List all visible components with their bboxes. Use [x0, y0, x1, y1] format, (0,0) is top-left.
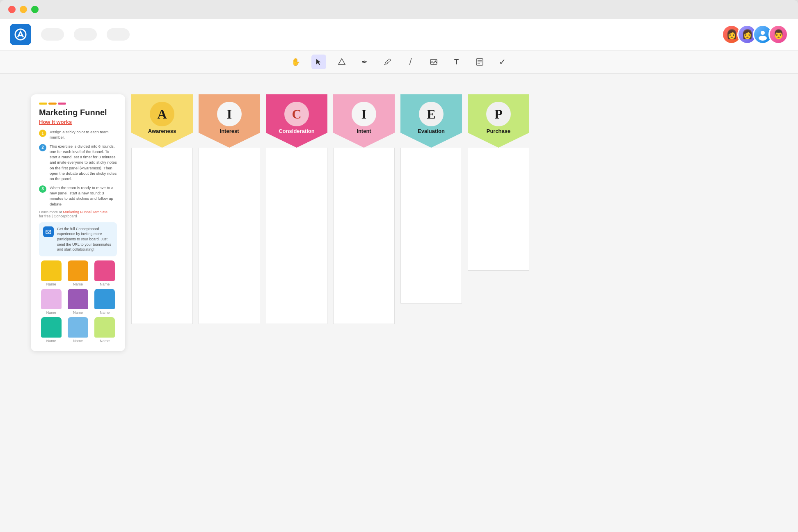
swatch-green: Name [93, 317, 117, 343]
intent-name: Intent [357, 128, 371, 134]
consideration-header: C Consideration [266, 94, 327, 148]
intent-letter: I [361, 107, 366, 122]
swatch-3-label: Name [100, 282, 110, 286]
step-2-num: 2 [39, 144, 46, 151]
swatch-pink: Name [93, 260, 117, 286]
color-grid: Name Name Name Name Name [39, 260, 117, 343]
step-1-num: 1 [39, 130, 46, 137]
svg-point-6 [434, 61, 436, 62]
purchase-letter: P [494, 107, 503, 122]
line-tool-button[interactable]: / [403, 55, 418, 69]
pen-tool-button[interactable]: ✒ [357, 55, 372, 69]
swatch-4 [41, 289, 62, 309]
invite-icon [43, 226, 54, 237]
interest-circle: I [217, 102, 242, 126]
step-1: 1 Assign a sticky color to each team mem… [39, 129, 117, 140]
learn-more-text: Learn more at Marketing Funnel Template … [39, 210, 117, 218]
swatch-8 [68, 317, 88, 338]
purchase-name: Purchase [487, 128, 511, 134]
swatch-lavender: Name [39, 289, 63, 315]
interest-header: I Interest [199, 94, 260, 148]
svg-rect-11 [46, 230, 51, 234]
interest-name: Interest [220, 128, 239, 134]
check-tool-button[interactable]: ✓ [495, 55, 510, 69]
awareness-circle: A [150, 102, 174, 126]
swatch-5-label: Name [73, 311, 83, 315]
intent-circle: I [352, 102, 376, 126]
swatch-3 [94, 260, 115, 281]
nav-item-3[interactable] [107, 28, 130, 41]
step-3-text: When the team is ready to move to a new … [50, 185, 117, 207]
funnel-col-purchase: P Purchase [468, 94, 529, 271]
evaluation-header: E Evaluation [400, 94, 462, 148]
consideration-name: Consideration [279, 128, 314, 134]
minimize-button[interactable] [20, 6, 27, 13]
image-tool-button[interactable] [426, 55, 441, 69]
evaluation-body [400, 148, 462, 304]
close-button[interactable] [8, 6, 16, 13]
top-bar: 👩 👩 👨 [0, 19, 798, 50]
avatar-4[interactable]: 👨 [768, 25, 788, 44]
canvas-area[interactable]: Marketing Funnel How it works 1 Assign a… [0, 74, 798, 532]
sticky-tool-button[interactable] [472, 55, 487, 69]
swatch-7 [41, 317, 62, 338]
svg-point-3 [759, 36, 767, 41]
step-2: 2 This exercise is divided into 6 rounds… [39, 144, 117, 182]
awareness-body [131, 148, 193, 324]
funnel-col-evaluation: E Evaluation [400, 94, 462, 304]
step-2-text: This exercise is divided into 6 rounds, … [50, 144, 117, 182]
stripe-icon [39, 103, 117, 105]
swatch-orange: Name [66, 260, 90, 286]
app-window: 👩 👩 👨 ✋ [0, 0, 798, 532]
hand-tool-button[interactable]: ✋ [288, 55, 303, 69]
swatch-8-label: Name [73, 339, 83, 343]
swatch-1-label: Name [46, 282, 56, 286]
swatch-blue: Name [93, 289, 117, 315]
swatch-9 [94, 317, 115, 338]
swatch-9-label: Name [100, 339, 110, 343]
avatar-group: 👩 👩 👨 [722, 25, 788, 44]
funnel-col-awareness: A Awareness [131, 94, 193, 324]
side-panel: Marketing Funnel How it works 1 Assign a… [31, 94, 125, 351]
evaluation-circle: E [419, 102, 444, 126]
funnel-col-intent: I Intent [333, 94, 395, 324]
swatch-7-label: Name [46, 339, 56, 343]
panel-title: Marketing Funnel [39, 108, 117, 117]
step-3-num: 3 [39, 185, 46, 193]
intent-body [333, 148, 395, 324]
consideration-letter: C [292, 107, 301, 122]
swatch-yellow: Name [39, 260, 63, 286]
step-3: 3 When the team is ready to move to a ne… [39, 185, 117, 207]
evaluation-letter: E [427, 107, 435, 122]
interest-body [199, 148, 260, 324]
nav-item-1[interactable] [41, 28, 64, 41]
evaluation-name: Evaluation [418, 128, 445, 134]
swatch-2-label: Name [73, 282, 83, 286]
funnel-col-interest: I Interest [199, 94, 260, 324]
swatch-lightblue: Name [66, 317, 90, 343]
marker-tool-button[interactable]: 🖊 [380, 55, 395, 69]
logo[interactable] [10, 24, 31, 45]
swatch-4-label: Name [46, 311, 56, 315]
step-1-text: Assign a sticky color to each team membe… [50, 129, 117, 140]
shape-tool-button[interactable] [334, 55, 349, 69]
swatch-6-label: Name [100, 311, 110, 315]
swatch-5 [68, 289, 88, 309]
consideration-body [266, 148, 327, 324]
funnel-area: A Awareness I Interest [131, 94, 529, 324]
maximize-button[interactable] [31, 6, 39, 13]
swatch-6 [94, 289, 115, 309]
swatch-2 [68, 260, 88, 281]
select-tool-button[interactable] [311, 55, 326, 69]
nav-item-2[interactable] [74, 28, 97, 41]
text-tool-button[interactable]: T [449, 55, 464, 69]
invite-text: Get the full Conceptboard experience by … [57, 226, 113, 252]
purchase-circle: P [486, 102, 511, 126]
title-bar [0, 0, 798, 19]
swatch-1 [41, 260, 62, 281]
top-bar-right: 👩 👩 👨 [722, 25, 788, 44]
swatch-teal: Name [39, 317, 63, 343]
top-bar-left [10, 24, 130, 45]
invite-box: Get the full Conceptboard experience by … [39, 222, 117, 256]
toolbar: ✋ ✒ 🖊 / T [0, 50, 798, 74]
